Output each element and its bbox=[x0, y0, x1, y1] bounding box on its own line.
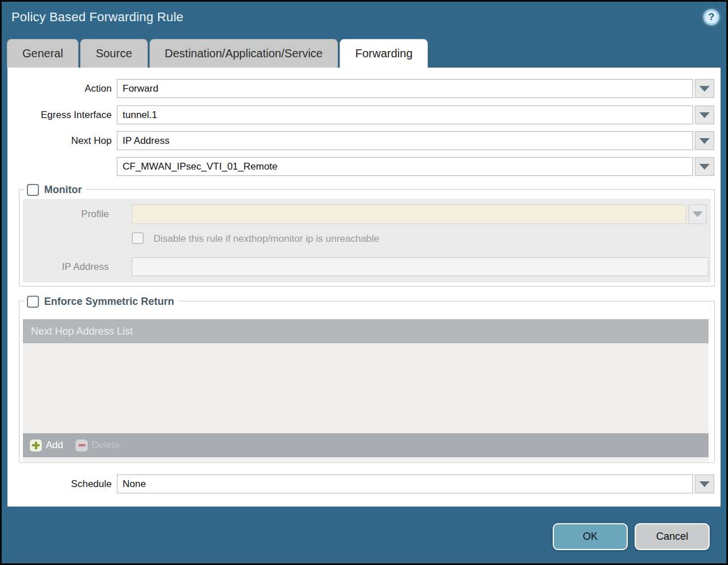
action-row: Action Forward bbox=[7, 79, 721, 98]
chevron-down-icon bbox=[699, 481, 710, 487]
add-button[interactable]: Add bbox=[30, 433, 63, 457]
dialog-title: Policy Based Forwarding Rule bbox=[11, 10, 183, 25]
monitor-section: Monitor Profile Disable this rule if nex… bbox=[19, 189, 715, 287]
action-select[interactable]: Forward bbox=[117, 79, 693, 98]
help-icon[interactable]: ? bbox=[703, 9, 719, 25]
schedule-row: Schedule None bbox=[7, 474, 721, 493]
tab-source[interactable]: Source bbox=[80, 39, 147, 68]
chevron-down-icon bbox=[692, 211, 703, 217]
action-label: Action bbox=[7, 79, 112, 98]
schedule-label: Schedule bbox=[7, 474, 112, 493]
next-hop-address-list-header: Next Hop Address List bbox=[23, 319, 709, 343]
action-dropdown-button[interactable] bbox=[695, 79, 714, 98]
chevron-down-icon bbox=[699, 86, 710, 92]
egress-interface-row: Egress Interface tunnel.1 bbox=[7, 105, 721, 124]
next-hop-row: Next Hop IP Address bbox=[7, 131, 721, 150]
plus-icon bbox=[30, 440, 42, 452]
next-hop-address-list-body bbox=[23, 343, 709, 433]
delete-button: Delete bbox=[76, 433, 120, 457]
tab-destination-application-service[interactable]: Destination/Application/Service bbox=[149, 39, 339, 68]
next-hop-label: Next Hop bbox=[7, 131, 112, 150]
profile-row: Profile bbox=[23, 205, 711, 224]
profile-label: Profile bbox=[23, 205, 109, 224]
next-hop-address-select[interactable]: CF_MWAN_IPsec_VTI_01_Remote bbox=[117, 157, 693, 176]
monitor-ip-address-row: IP Address bbox=[23, 257, 711, 277]
add-button-label: Add bbox=[46, 440, 63, 451]
table-bottom-strip bbox=[23, 457, 709, 462]
ok-button[interactable]: OK bbox=[553, 523, 628, 550]
disable-rule-row: Disable this rule if nexthop/monitor ip … bbox=[23, 232, 711, 252]
egress-interface-dropdown-button[interactable] bbox=[695, 105, 714, 124]
monitor-panel: Profile Disable this rule if nexthop/mon… bbox=[23, 199, 711, 282]
delete-button-label: Delete bbox=[92, 440, 120, 451]
monitor-legend: Monitor bbox=[24, 182, 86, 198]
pbf-rule-dialog: Policy Based Forwarding Rule ? General S… bbox=[0, 0, 728, 565]
tab-forwarding[interactable]: Forwarding bbox=[340, 39, 428, 68]
enforce-symmetric-return-section: Enforce Symmetric Return Next Hop Addres… bbox=[19, 301, 715, 463]
monitor-ip-address-input bbox=[132, 257, 709, 276]
monitor-ip-address-label: IP Address bbox=[23, 257, 109, 277]
chevron-down-icon bbox=[699, 138, 710, 144]
profile-select bbox=[132, 205, 686, 224]
monitor-label: Monitor bbox=[44, 184, 82, 196]
tab-panel-forwarding: Action Forward Egress Interface tunnel.1… bbox=[7, 68, 721, 507]
enforce-symmetric-return-label: Enforce Symmetric Return bbox=[44, 296, 174, 308]
cancel-button[interactable]: Cancel bbox=[635, 523, 710, 550]
egress-interface-label: Egress Interface bbox=[7, 105, 112, 124]
schedule-select[interactable]: None bbox=[117, 474, 693, 493]
profile-dropdown-button bbox=[688, 205, 707, 224]
next-hop-address-row: CF_MWAN_IPsec_VTI_01_Remote bbox=[7, 157, 721, 176]
tab-general[interactable]: General bbox=[7, 39, 78, 68]
tab-bar: General Source Destination/Application/S… bbox=[7, 39, 428, 68]
enforce-symmetric-return-checkbox[interactable] bbox=[27, 296, 39, 308]
chevron-down-icon bbox=[699, 112, 710, 118]
disable-rule-checkbox bbox=[132, 232, 144, 244]
egress-interface-select[interactable]: tunnel.1 bbox=[117, 105, 693, 124]
minus-icon bbox=[76, 440, 88, 452]
schedule-dropdown-button[interactable] bbox=[695, 474, 714, 493]
next-hop-address-list-toolbar: Add Delete bbox=[23, 433, 709, 457]
next-hop-address-dropdown-button[interactable] bbox=[695, 157, 714, 176]
next-hop-type-select[interactable]: IP Address bbox=[117, 131, 693, 150]
disable-rule-label: Disable this rule if nexthop/monitor ip … bbox=[154, 232, 379, 246]
enforce-symmetric-return-legend: Enforce Symmetric Return bbox=[24, 293, 179, 309]
monitor-checkbox[interactable] bbox=[27, 184, 39, 196]
next-hop-dropdown-button[interactable] bbox=[695, 131, 714, 150]
chevron-down-icon bbox=[699, 164, 710, 170]
